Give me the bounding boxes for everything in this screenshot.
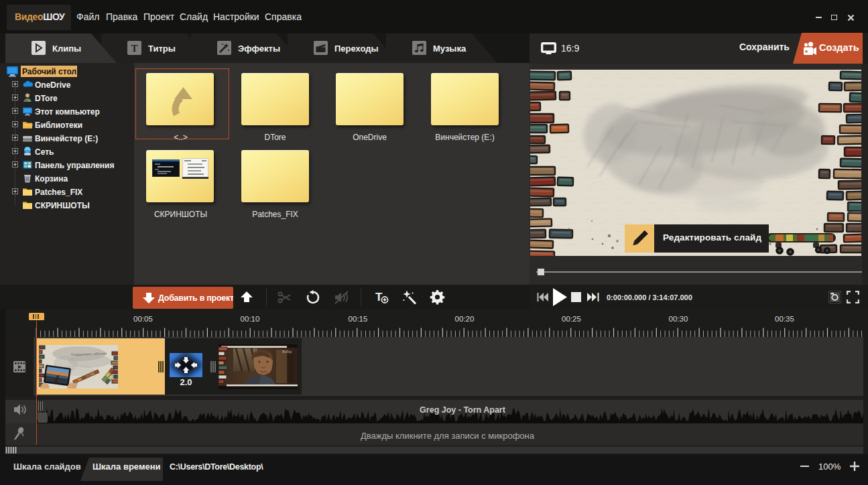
svg-text:BluRay: BluRay <box>282 350 292 354</box>
svg-text:T: T <box>131 43 137 54</box>
